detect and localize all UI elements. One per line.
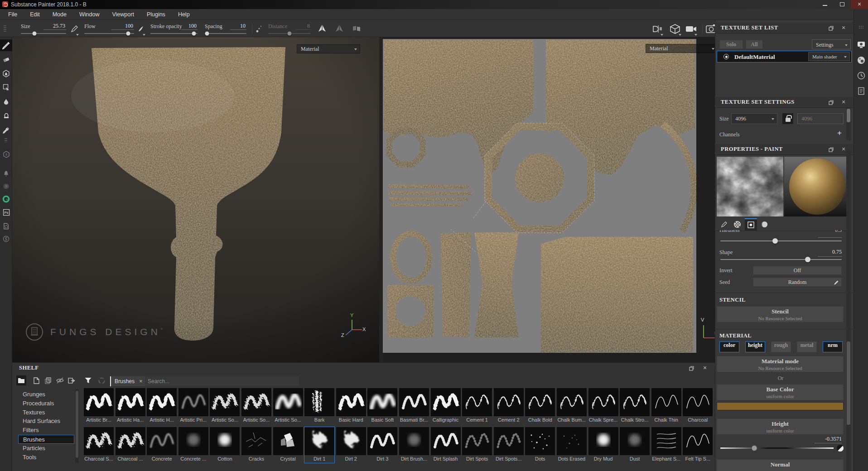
brush-item[interactable]: Basic Hard [336,388,366,424]
brush-item[interactable]: Artistic Ha... [116,388,145,424]
shelf-category-item[interactable]: Particles [18,444,74,453]
shelf-search-input[interactable] [145,376,299,386]
brush-item[interactable]: Dots Erased [557,427,587,463]
brush-item[interactable]: Elephant S... [651,427,681,463]
material-sphere-preview[interactable] [784,157,851,216]
brush-tip-icon[interactable] [71,25,78,33]
paint-tool[interactable] [0,39,12,51]
brush-item[interactable]: Artistic So... [273,388,303,424]
tab-alpha[interactable] [731,218,743,231]
base-color-swatch[interactable] [717,402,844,410]
resolution-lock-button[interactable] [782,113,794,125]
plugin-shield[interactable] [0,233,12,245]
camera-icon[interactable] [685,25,697,33]
shelf-import-button[interactable] [67,375,77,385]
texture-set-list-header[interactable]: TEXTURE SET LIST × [715,22,854,34]
brush-item[interactable]: Artistic So... [241,388,271,424]
pen-pressure-icon[interactable] [137,25,145,33]
menu-item[interactable]: Edit [24,9,46,20]
brush-item[interactable]: Dirt Spots [462,427,492,463]
brush-item[interactable]: Charcoal [683,388,713,424]
flow-slider[interactable] [84,33,134,34]
plugin-resource-updater[interactable] [0,220,12,232]
size-slider[interactable] [21,33,66,34]
tss-scrollbar[interactable] [846,108,851,140]
height-button[interactable]: Height uniform color [717,418,844,435]
normal-button-partial[interactable]: Normal [717,459,844,471]
size-value[interactable]: 25.73 [43,23,66,30]
category-scrollbar[interactable] [75,389,79,463]
material-channel-button[interactable]: nrm [823,341,843,352]
mirror-plane-icon[interactable] [352,24,362,33]
filter-tag-close-icon[interactable]: × [139,376,143,386]
shelf-category-item[interactable]: Hard Surfaces [18,417,74,426]
viewport2d-shader-dropdown[interactable]: Material [646,44,715,53]
all-button[interactable]: All [746,40,763,49]
shelf-float-icon[interactable] [688,365,695,372]
projection-tool[interactable] [0,67,12,79]
smudge-tool[interactable] [0,96,12,107]
shelf-filter-button[interactable] [83,375,93,385]
solo-button[interactable]: Solo [719,40,743,49]
stencil-picker-button[interactable]: Stencil No Resource Selected [717,306,844,322]
brush-item[interactable]: Artistic Pri... [178,388,208,424]
brushes-filter-tag[interactable]: Brushes × [110,376,146,386]
invert-toggle[interactable]: Off [753,266,842,275]
brush-item[interactable]: Cotton [210,427,240,463]
texture-set-settings-header[interactable]: TEXTURE SET SETTINGS × [715,96,854,108]
symmetry-alt-icon[interactable] [334,24,344,33]
height-range-icon[interactable] [836,444,844,452]
close-panel-icon-2[interactable]: × [840,98,847,106]
height-slider[interactable] [720,447,834,449]
menu-item[interactable]: Viewport [106,9,140,20]
shelf-category-item[interactable]: Grunges [18,390,74,399]
brush-item[interactable]: Felt Tip S... [683,427,713,463]
pen-pressure-chevron-icon[interactable] [143,34,145,36]
edit-pencil-icon[interactable] [834,280,839,285]
viewport-2d[interactable]: Material V U [379,37,715,362]
viewport-layout-icon[interactable] [652,25,662,33]
brush-item[interactable]: Basmati Br... [399,388,429,424]
maximize-button[interactable] [834,0,851,9]
brush-item[interactable]: Charcoal ... [116,427,145,463]
menu-item[interactable]: Help [172,9,196,20]
menu-item[interactable]: Window [73,9,106,20]
brush-item[interactable]: Chalk Thin [651,388,681,424]
brush-tip-chevron-icon[interactable] [76,34,79,36]
resolution-dropdown[interactable]: 4096 [731,113,777,124]
brush-item[interactable]: Dirt 3 [367,427,397,463]
notifications[interactable] [0,168,12,179]
shape-slider[interactable] [720,259,842,260]
properties-header[interactable]: PROPERTIES - PAINT × [715,143,854,155]
tab-brush[interactable] [718,218,730,231]
stroke-opacity-value[interactable]: 100 [181,23,198,30]
viewport3d-shader-dropdown[interactable]: Material [297,44,360,53]
tab-stencil[interactable] [745,218,757,231]
shelf-header[interactable]: SHELF × [12,363,715,374]
brush-item[interactable]: Dry Mud [588,427,618,463]
shelf-category-item[interactable]: Brushes [18,435,74,444]
brush-item[interactable]: Dirt 2 [336,427,366,463]
material-channel-button[interactable]: rough [771,341,791,352]
shape-value[interactable]: 0.75 [815,249,842,255]
shelf-category-item[interactable]: Filters [18,426,74,435]
plugin-photoshop-export[interactable]: Ps [0,207,12,218]
shader-dropdown[interactable]: Main shader [808,52,850,61]
float-panel-icon[interactable] [827,24,834,32]
shelf-documents-button[interactable] [43,375,53,385]
flow-value[interactable]: 100 [111,23,134,30]
brush-item[interactable]: Calligraphic [431,388,461,424]
brush-item[interactable]: Crystal [273,427,303,463]
polygon-fill-tool[interactable] [0,82,12,93]
brush-item[interactable]: Dots [525,427,555,463]
material-channel-button[interactable]: metal [797,341,817,352]
settings-dropdown[interactable]: Settings [812,39,851,49]
brush-item[interactable]: Concrete [147,427,177,463]
brush-item[interactable]: Concrete ... [178,427,208,463]
color-picker-tool[interactable] [0,124,12,136]
brush-item[interactable]: Dirt 1 [304,427,334,463]
brush-item[interactable]: Artistic Br... [84,388,114,424]
brush-item[interactable]: Charcoal S... [84,427,114,463]
brush-item[interactable]: Artistic So... [210,388,240,424]
shelf-category-item[interactable]: Procedurals [18,399,74,408]
